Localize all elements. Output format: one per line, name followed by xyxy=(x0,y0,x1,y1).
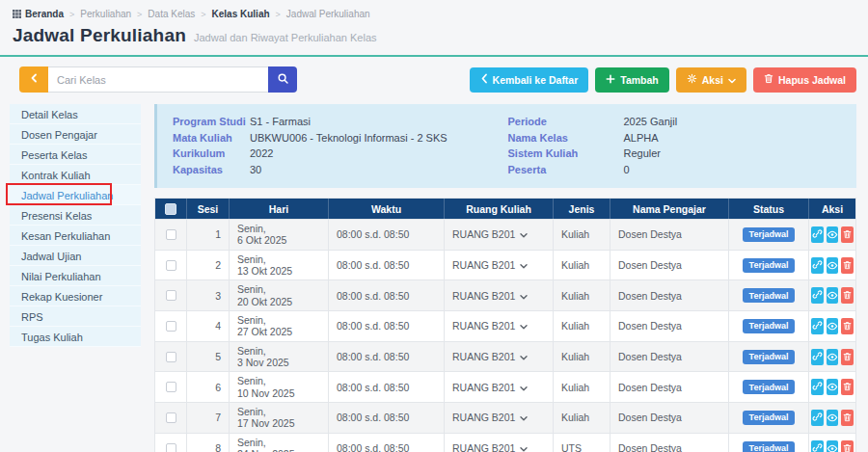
delete-row-button[interactable] xyxy=(841,410,854,426)
hari-date: 20 Okt 2025 xyxy=(237,296,292,308)
eye-icon xyxy=(827,380,838,394)
sidebar-item-tugas-kuliah[interactable]: Tugas Kuliah xyxy=(10,327,141,347)
sidebar-item-dosen-pengajar[interactable]: Dosen Pengajar xyxy=(10,124,141,145)
link-button[interactable] xyxy=(811,318,824,334)
room-dropdown[interactable]: RUANG B201 xyxy=(445,311,554,341)
room-dropdown[interactable]: RUANG B201 xyxy=(445,342,554,372)
row-checkbox[interactable] xyxy=(166,260,176,271)
sesi-cell: 7 xyxy=(187,403,230,433)
row-checkbox[interactable] xyxy=(166,321,176,332)
back-to-list-button[interactable]: Kembali ke Daftar xyxy=(470,67,589,93)
breadcrumb-item-perkuliahan[interactable]: Perkuliahan xyxy=(80,9,131,19)
actions-cell xyxy=(809,434,855,452)
hari-date: 27 Okt 2025 xyxy=(237,326,292,338)
delete-row-button[interactable] xyxy=(841,440,854,452)
search-input[interactable] xyxy=(48,66,268,93)
select-all-checkbox[interactable] xyxy=(165,203,176,215)
table-row: 7Senin,17 Nov 202508:00 s.d. 08:50RUANG … xyxy=(155,402,855,433)
view-button[interactable] xyxy=(827,318,839,334)
sidebar-item-peserta-kelas[interactable]: Peserta Kelas xyxy=(10,145,141,165)
delete-row-button[interactable] xyxy=(841,379,854,395)
hari-cell: Senin,13 Okt 2025 xyxy=(230,251,329,280)
sidebar-item-rekap-kuesioner[interactable]: Rekap Kuesioner xyxy=(10,286,141,306)
breadcrumb-item-jadwal-perkuliahan[interactable]: Jadwal Perkuliahan xyxy=(286,9,370,19)
room-dropdown[interactable]: RUANG B201 xyxy=(445,251,554,280)
room-label: RUANG B201 xyxy=(452,382,515,393)
row-checkbox[interactable] xyxy=(166,352,176,362)
search-button[interactable] xyxy=(268,66,297,93)
link-button[interactable] xyxy=(811,440,824,452)
info-field-label: Kurikulum xyxy=(173,146,250,162)
trash-icon xyxy=(843,258,852,273)
info-field-label: Program Studi xyxy=(173,114,250,130)
link-button[interactable] xyxy=(811,226,824,243)
row-checkbox[interactable] xyxy=(166,443,176,452)
toolbar: Kembali ke Daftar Tambah Aksi Hapus Jadw… xyxy=(0,57,868,101)
schedule-table-header: SesiHariWaktuRuang KuliahJenisNama Penga… xyxy=(155,199,855,219)
info-field-value: 30 xyxy=(250,162,261,178)
sidebar-item-detail-kelas[interactable]: Detail Kelas xyxy=(10,104,141,124)
jenis-cell: UTS xyxy=(554,434,610,452)
status-badge: Terjadwal xyxy=(743,227,796,242)
delete-row-button[interactable] xyxy=(841,226,854,243)
room-label: RUANG B201 xyxy=(452,351,515,362)
link-icon xyxy=(812,441,823,452)
pengajar-cell: Dosen Destya xyxy=(610,403,729,433)
sidebar-item-nilai-perkuliahan[interactable]: Nilai Perkuliahan xyxy=(10,266,141,286)
view-button[interactable] xyxy=(827,410,839,426)
room-dropdown[interactable]: RUANG B201 xyxy=(445,403,554,433)
row-checkbox[interactable] xyxy=(166,290,176,301)
breadcrumb-item-kelas-kuliah[interactable]: Kelas Kuliah xyxy=(212,9,270,19)
breadcrumb-item-beranda[interactable]: Beranda xyxy=(13,9,64,19)
breadcrumb: Beranda>Perkuliahan>Data Kelas>Kelas Kul… xyxy=(0,0,868,22)
info-field-value: 0 xyxy=(624,162,630,178)
waktu-cell: 08:00 s.d. 08:50 xyxy=(329,251,445,280)
room-dropdown[interactable]: RUANG B201 xyxy=(445,280,554,310)
delete-row-button[interactable] xyxy=(841,287,854,304)
trash-icon xyxy=(764,73,773,86)
breadcrumb-label: Jadwal Perkuliahan xyxy=(286,9,370,19)
pengajar-cell: Dosen Destya xyxy=(610,251,729,280)
chevron-down-icon xyxy=(520,412,528,423)
breadcrumb-item-data-kelas[interactable]: Data Kelas xyxy=(148,9,195,19)
view-button[interactable] xyxy=(827,287,839,304)
link-button[interactable] xyxy=(811,349,824,365)
row-select-cell xyxy=(155,403,187,433)
row-checkbox[interactable] xyxy=(166,412,176,423)
row-checkbox[interactable] xyxy=(166,229,176,240)
status-badge: Terjadwal xyxy=(743,411,796,425)
delete-row-button[interactable] xyxy=(841,318,854,334)
view-button[interactable] xyxy=(827,257,839,274)
hari-date: 3 Nov 2025 xyxy=(237,357,289,369)
link-button[interactable] xyxy=(811,257,824,274)
row-checkbox[interactable] xyxy=(166,382,176,392)
sidebar-item-jadwal-perkuliahan[interactable]: Jadwal Perkuliahan xyxy=(10,185,141,205)
room-dropdown[interactable]: RUANG B201 xyxy=(445,220,554,250)
sidebar-item-rps[interactable]: RPS xyxy=(10,306,141,327)
info-field-value: 2022 xyxy=(250,146,273,162)
delete-row-button[interactable] xyxy=(841,257,854,274)
room-dropdown[interactable]: RUANG B201 xyxy=(445,434,554,452)
add-button[interactable]: Tambah xyxy=(595,67,668,93)
link-icon xyxy=(812,411,823,425)
view-button[interactable] xyxy=(827,440,839,452)
delete-row-button[interactable] xyxy=(841,349,854,365)
view-button[interactable] xyxy=(827,379,839,395)
delete-schedule-button[interactable]: Hapus Jadwal xyxy=(753,67,856,93)
sidebar-item-label: Kontrak Kuliah xyxy=(21,170,91,181)
view-button[interactable] xyxy=(827,349,839,365)
sidebar-item-jadwal-ujian[interactable]: Jadwal Ujian xyxy=(10,246,141,266)
sidebar-item-presensi-kelas[interactable]: Presensi Kelas xyxy=(10,205,141,226)
link-button[interactable] xyxy=(811,287,824,304)
sidebar-item-label: RPS xyxy=(21,311,43,323)
room-dropdown[interactable]: RUANG B201 xyxy=(445,372,554,402)
collapse-sidebar-button[interactable] xyxy=(19,66,48,93)
view-button[interactable] xyxy=(827,226,839,243)
actions-dropdown-button[interactable]: Aksi xyxy=(676,67,746,93)
sidebar-item-kontrak-kuliah[interactable]: Kontrak Kuliah xyxy=(10,165,141,185)
link-button[interactable] xyxy=(811,379,824,395)
hari-date: 13 Okt 2025 xyxy=(237,265,292,278)
link-button[interactable] xyxy=(811,410,824,426)
sidebar-item-kesan-perkuliahan[interactable]: Kesan Perkuliahan xyxy=(10,226,141,246)
jenis-cell: Kuliah xyxy=(554,220,610,250)
